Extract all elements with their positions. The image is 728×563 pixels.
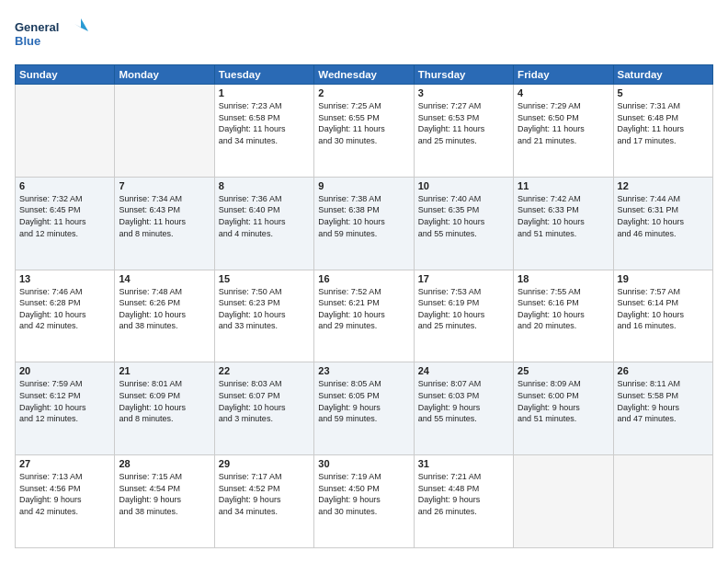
- day-info: Sunrise: 7:46 AMSunset: 6:28 PMDaylight:…: [19, 286, 110, 332]
- day-number: 7: [119, 180, 210, 191]
- day-cell: 15Sunrise: 7:50 AMSunset: 6:23 PMDayligh…: [214, 270, 313, 362]
- day-number: 15: [219, 273, 310, 284]
- day-cell: 11Sunrise: 7:42 AMSunset: 6:33 PMDayligh…: [514, 177, 613, 270]
- day-info: Sunrise: 8:05 AMSunset: 6:05 PMDaylight:…: [318, 378, 409, 424]
- day-info: Sunrise: 7:44 AMSunset: 6:31 PMDaylight:…: [618, 193, 709, 239]
- day-info: Sunrise: 7:36 AMSunset: 6:40 PMDaylight:…: [219, 193, 310, 239]
- day-number: 9: [318, 180, 409, 191]
- day-number: 30: [318, 458, 409, 469]
- svg-text:Blue: Blue: [15, 34, 40, 48]
- header-saturday: Saturday: [613, 65, 712, 85]
- day-info: Sunrise: 8:03 AMSunset: 6:07 PMDaylight:…: [219, 378, 310, 424]
- day-info: Sunrise: 7:17 AMSunset: 4:52 PMDaylight:…: [219, 471, 310, 517]
- day-number: 11: [518, 180, 609, 191]
- day-number: 24: [418, 365, 509, 376]
- day-cell: 4Sunrise: 7:29 AMSunset: 6:50 PMDaylight…: [514, 85, 613, 178]
- header-wednesday: Wednesday: [314, 65, 414, 85]
- day-info: Sunrise: 7:15 AMSunset: 4:54 PMDaylight:…: [119, 471, 210, 517]
- header: General Blue: [15, 15, 713, 55]
- day-cell: 21Sunrise: 8:01 AMSunset: 6:09 PMDayligh…: [115, 362, 214, 455]
- day-cell: 27Sunrise: 7:13 AMSunset: 4:56 PMDayligh…: [16, 455, 115, 548]
- day-number: 1: [219, 87, 310, 98]
- day-number: 31: [418, 458, 509, 469]
- day-number: 4: [518, 87, 609, 98]
- week-row-4: 20Sunrise: 7:59 AMSunset: 6:12 PMDayligh…: [16, 362, 713, 455]
- day-cell: 7Sunrise: 7:34 AMSunset: 6:43 PMDaylight…: [115, 177, 214, 270]
- day-number: 10: [418, 180, 509, 191]
- day-cell: 8Sunrise: 7:36 AMSunset: 6:40 PMDaylight…: [214, 177, 313, 270]
- day-number: 21: [119, 365, 210, 376]
- day-cell: 29Sunrise: 7:17 AMSunset: 4:52 PMDayligh…: [214, 455, 313, 548]
- day-cell: [514, 455, 613, 548]
- day-cell: 3Sunrise: 7:27 AMSunset: 6:53 PMDaylight…: [414, 85, 513, 178]
- week-row-5: 27Sunrise: 7:13 AMSunset: 4:56 PMDayligh…: [16, 455, 713, 548]
- svg-text:General: General: [15, 20, 59, 34]
- day-info: Sunrise: 7:55 AMSunset: 6:16 PMDaylight:…: [518, 286, 609, 332]
- day-info: Sunrise: 7:42 AMSunset: 6:33 PMDaylight:…: [518, 193, 609, 239]
- day-info: Sunrise: 7:13 AMSunset: 4:56 PMDaylight:…: [19, 471, 110, 517]
- day-number: 20: [19, 365, 110, 376]
- day-number: 3: [418, 87, 509, 98]
- day-cell: 13Sunrise: 7:46 AMSunset: 6:28 PMDayligh…: [16, 270, 115, 362]
- day-info: Sunrise: 7:23 AMSunset: 6:58 PMDaylight:…: [219, 100, 310, 146]
- day-number: 12: [618, 180, 709, 191]
- day-cell: 12Sunrise: 7:44 AMSunset: 6:31 PMDayligh…: [613, 177, 712, 270]
- calendar-header-row: SundayMondayTuesdayWednesdayThursdayFrid…: [16, 65, 713, 85]
- week-row-1: 1Sunrise: 7:23 AMSunset: 6:58 PMDaylight…: [16, 85, 713, 178]
- day-number: 29: [219, 458, 310, 469]
- day-info: Sunrise: 7:19 AMSunset: 4:50 PMDaylight:…: [318, 471, 409, 517]
- day-cell: 9Sunrise: 7:38 AMSunset: 6:38 PMDaylight…: [314, 177, 414, 270]
- day-info: Sunrise: 8:11 AMSunset: 5:58 PMDaylight:…: [618, 378, 709, 424]
- day-info: Sunrise: 7:50 AMSunset: 6:23 PMDaylight:…: [219, 286, 310, 332]
- day-number: 27: [19, 458, 110, 469]
- day-info: Sunrise: 7:34 AMSunset: 6:43 PMDaylight:…: [119, 193, 210, 239]
- day-cell: 23Sunrise: 8:05 AMSunset: 6:05 PMDayligh…: [314, 362, 414, 455]
- calendar: SundayMondayTuesdayWednesdayThursdayFrid…: [15, 64, 713, 548]
- day-cell: 31Sunrise: 7:21 AMSunset: 4:48 PMDayligh…: [414, 455, 513, 548]
- day-cell: 22Sunrise: 8:03 AMSunset: 6:07 PMDayligh…: [214, 362, 313, 455]
- day-cell: 14Sunrise: 7:48 AMSunset: 6:26 PMDayligh…: [115, 270, 214, 362]
- week-row-2: 6Sunrise: 7:32 AMSunset: 6:45 PMDaylight…: [16, 177, 713, 270]
- header-friday: Friday: [514, 65, 613, 85]
- day-number: 2: [318, 87, 409, 98]
- day-cell: 16Sunrise: 7:52 AMSunset: 6:21 PMDayligh…: [314, 270, 414, 362]
- day-info: Sunrise: 7:27 AMSunset: 6:53 PMDaylight:…: [418, 100, 509, 146]
- day-number: 5: [618, 87, 709, 98]
- day-info: Sunrise: 7:31 AMSunset: 6:48 PMDaylight:…: [618, 100, 709, 146]
- day-number: 8: [219, 180, 310, 191]
- day-info: Sunrise: 7:38 AMSunset: 6:38 PMDaylight:…: [318, 193, 409, 239]
- day-cell: 10Sunrise: 7:40 AMSunset: 6:35 PMDayligh…: [414, 177, 513, 270]
- logo: General Blue: [15, 15, 88, 55]
- day-cell: 1Sunrise: 7:23 AMSunset: 6:58 PMDaylight…: [214, 85, 313, 178]
- header-monday: Monday: [115, 65, 214, 85]
- day-cell: 26Sunrise: 8:11 AMSunset: 5:58 PMDayligh…: [613, 362, 712, 455]
- header-tuesday: Tuesday: [214, 65, 313, 85]
- week-row-3: 13Sunrise: 7:46 AMSunset: 6:28 PMDayligh…: [16, 270, 713, 362]
- day-info: Sunrise: 7:29 AMSunset: 6:50 PMDaylight:…: [518, 100, 609, 146]
- day-cell: 6Sunrise: 7:32 AMSunset: 6:45 PMDaylight…: [16, 177, 115, 270]
- header-thursday: Thursday: [414, 65, 513, 85]
- day-info: Sunrise: 7:25 AMSunset: 6:55 PMDaylight:…: [318, 100, 409, 146]
- day-info: Sunrise: 7:53 AMSunset: 6:19 PMDaylight:…: [418, 286, 509, 332]
- day-number: 13: [19, 273, 110, 284]
- day-number: 28: [119, 458, 210, 469]
- day-number: 26: [618, 365, 709, 376]
- day-cell: 2Sunrise: 7:25 AMSunset: 6:55 PMDaylight…: [314, 85, 414, 178]
- day-info: Sunrise: 8:07 AMSunset: 6:03 PMDaylight:…: [418, 378, 509, 424]
- day-cell: 24Sunrise: 8:07 AMSunset: 6:03 PMDayligh…: [414, 362, 513, 455]
- day-number: 16: [318, 273, 409, 284]
- day-number: 25: [518, 365, 609, 376]
- day-cell: 20Sunrise: 7:59 AMSunset: 6:12 PMDayligh…: [16, 362, 115, 455]
- day-info: Sunrise: 7:52 AMSunset: 6:21 PMDaylight:…: [318, 286, 409, 332]
- day-info: Sunrise: 7:40 AMSunset: 6:35 PMDaylight:…: [418, 193, 509, 239]
- logo-svg: General Blue: [15, 15, 88, 55]
- day-cell: 28Sunrise: 7:15 AMSunset: 4:54 PMDayligh…: [115, 455, 214, 548]
- day-cell: 5Sunrise: 7:31 AMSunset: 6:48 PMDaylight…: [613, 85, 712, 178]
- day-info: Sunrise: 8:01 AMSunset: 6:09 PMDaylight:…: [119, 378, 210, 424]
- day-cell: 30Sunrise: 7:19 AMSunset: 4:50 PMDayligh…: [314, 455, 414, 548]
- day-cell: 19Sunrise: 7:57 AMSunset: 6:14 PMDayligh…: [613, 270, 712, 362]
- day-info: Sunrise: 7:21 AMSunset: 4:48 PMDaylight:…: [418, 471, 509, 517]
- day-cell: [115, 85, 214, 178]
- day-cell: 18Sunrise: 7:55 AMSunset: 6:16 PMDayligh…: [514, 270, 613, 362]
- day-number: 19: [618, 273, 709, 284]
